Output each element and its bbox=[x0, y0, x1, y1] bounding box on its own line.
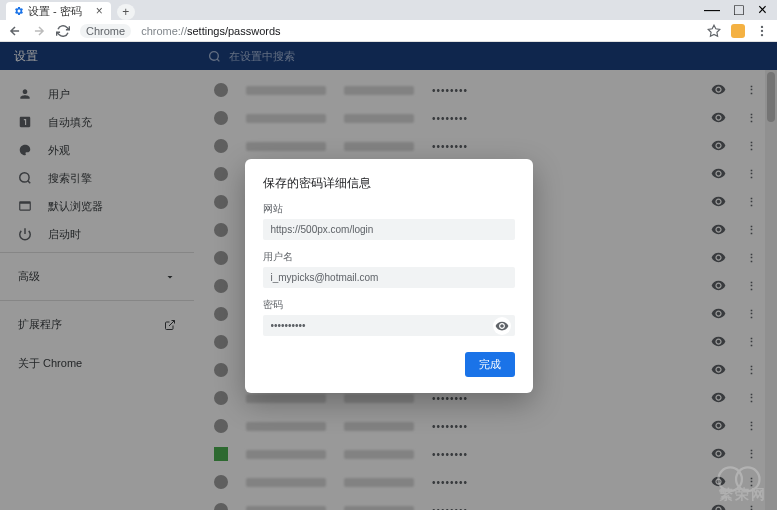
tab-close-icon[interactable]: × bbox=[96, 4, 103, 18]
bookmark-star-icon[interactable] bbox=[707, 24, 721, 38]
site-field[interactable] bbox=[263, 219, 515, 240]
password-field[interactable] bbox=[263, 315, 515, 336]
extension-icon[interactable] bbox=[731, 24, 745, 38]
browser-tab[interactable]: 设置 - 密码 × bbox=[6, 2, 111, 20]
username-field[interactable] bbox=[263, 267, 515, 288]
password-details-dialog: 保存的密码详细信息 网站 用户名 密码 完成 bbox=[245, 159, 533, 393]
watermark-text: 繁荣网 bbox=[719, 486, 767, 504]
tab-title: 设置 - 密码 bbox=[28, 4, 82, 19]
tab-strip: 设置 - 密码 × + bbox=[0, 0, 717, 20]
url-origin-chip[interactable]: Chrome bbox=[80, 24, 131, 38]
username-label: 用户名 bbox=[263, 250, 515, 264]
window-controls: — □ × bbox=[694, 0, 777, 20]
reload-button[interactable] bbox=[56, 24, 70, 38]
password-label: 密码 bbox=[263, 298, 515, 312]
svg-point-1 bbox=[761, 25, 763, 27]
back-button[interactable] bbox=[8, 24, 22, 38]
svg-marker-0 bbox=[708, 25, 720, 36]
site-label: 网站 bbox=[263, 202, 515, 216]
close-window-button[interactable]: × bbox=[758, 1, 767, 19]
svg-point-3 bbox=[761, 33, 763, 35]
url-text[interactable]: chrome://settings/passwords bbox=[141, 25, 280, 37]
maximize-button[interactable]: □ bbox=[734, 1, 744, 19]
svg-point-2 bbox=[761, 29, 763, 31]
forward-button[interactable] bbox=[32, 24, 46, 38]
address-bar: Chrome chrome://settings/passwords bbox=[0, 20, 777, 42]
minimize-button[interactable]: — bbox=[704, 1, 720, 19]
dialog-title: 保存的密码详细信息 bbox=[263, 175, 515, 192]
menu-icon[interactable] bbox=[755, 24, 769, 38]
show-password-icon[interactable] bbox=[493, 317, 511, 335]
modal-overlay: 保存的密码详细信息 网站 用户名 密码 完成 bbox=[0, 42, 777, 510]
settings-favicon-icon bbox=[14, 6, 24, 16]
done-button[interactable]: 完成 bbox=[465, 352, 515, 377]
new-tab-button[interactable]: + bbox=[117, 4, 135, 20]
